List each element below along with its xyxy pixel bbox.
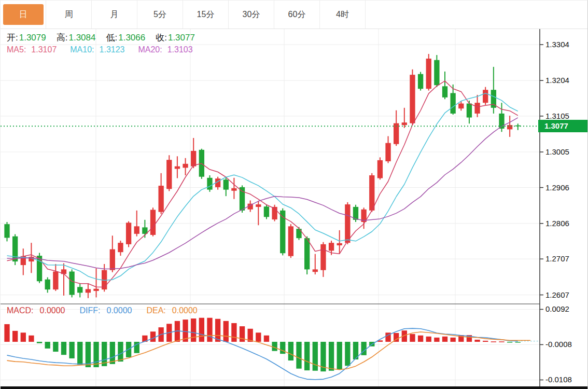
ma10-label: MA10: (70, 45, 94, 54)
svg-text:1.2607: 1.2607 (545, 290, 569, 299)
dea-label: DEA: (146, 306, 165, 315)
ma5-value: 1.3107 (31, 45, 57, 54)
low-label: 低: (106, 33, 117, 43)
open-value: 1.3079 (19, 33, 46, 43)
chart-canvas[interactable]: 1.33041.32041.31051.30051.29061.28061.27… (1, 1, 588, 389)
low-value: 1.3066 (118, 33, 145, 43)
high-value: 1.3084 (68, 33, 95, 43)
ma5-label: MA5: (7, 45, 26, 54)
macd-label: MACD: (7, 306, 34, 315)
ma-readout: MA5:1.3107MA10:1.3123MA20:1.3103 (7, 45, 198, 54)
svg-text:1.2707: 1.2707 (545, 254, 569, 263)
macd-value: 0.0000 (40, 306, 65, 315)
axis-layer: 1.33041.32041.31051.30051.29061.28061.27… (1, 29, 588, 389)
close-label: 收: (156, 33, 167, 43)
macd-readout: MACD:0.0000DIFF:0.0000DEA:0.0000 (7, 306, 204, 315)
current-price-badge: 1.3077 (538, 120, 588, 132)
close-value: 1.3077 (168, 33, 195, 43)
ohlc-readout: 开:1.3079高:1.3084低:1.3066收:1.3077 (7, 32, 205, 44)
diff-label: DIFF: (80, 306, 101, 315)
svg-text:-0.0108: -0.0108 (545, 375, 572, 384)
svg-text:1.3204: 1.3204 (545, 76, 569, 85)
svg-text:1.3105: 1.3105 (545, 112, 569, 120)
open-label: 开: (7, 33, 18, 43)
diff-value: 0.0000 (107, 306, 132, 315)
macd-layer (4, 318, 540, 380)
ma20-value: 1.3103 (167, 45, 193, 54)
ma20-label: MA20: (138, 45, 162, 54)
svg-text:-0.0008: -0.0008 (545, 340, 572, 349)
grid-layer (1, 29, 540, 386)
high-label: 高: (57, 33, 68, 43)
ma10-value: 1.3123 (100, 45, 125, 54)
svg-text:1.2906: 1.2906 (545, 183, 569, 192)
svg-text:1.3304: 1.3304 (545, 40, 569, 49)
trading-chart-app: 日 周 月 5分 15分 30分 60分 4时 1.33041.32041.31… (0, 0, 588, 389)
candlestick-layer (1, 54, 540, 298)
svg-text:1.2806: 1.2806 (545, 219, 569, 228)
svg-text:1.3005: 1.3005 (545, 147, 569, 156)
dea-value: 0.0000 (172, 306, 198, 315)
svg-text:0.0092: 0.0092 (545, 304, 569, 313)
